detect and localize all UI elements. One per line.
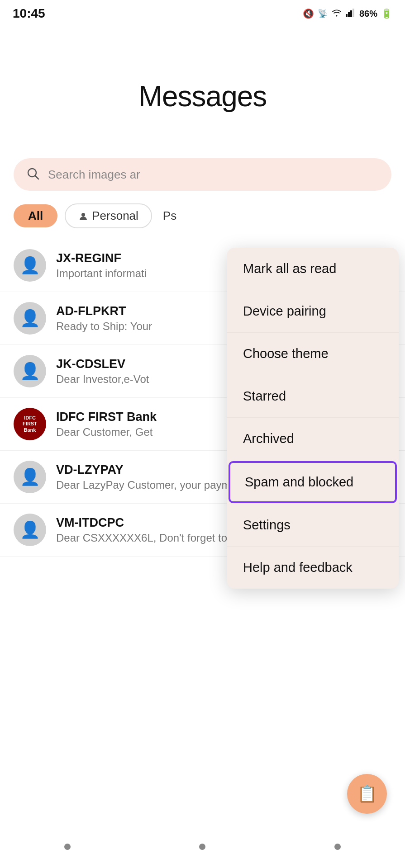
filter-tabs: All Personal Ps bbox=[14, 203, 391, 228]
person-icon: 👤 bbox=[20, 256, 40, 275]
nav-dot-3[interactable] bbox=[334, 844, 341, 850]
hotspot-icon: 📡 bbox=[318, 9, 328, 19]
avatar: 👤 bbox=[14, 249, 46, 282]
menu-item-help-feedback[interactable]: Help and feedback bbox=[227, 547, 399, 589]
status-icons: 🔇 📡 86% 🔋 bbox=[303, 8, 392, 19]
menu-item-settings[interactable]: Settings bbox=[227, 504, 399, 547]
menu-item-device-pairing[interactable]: Device pairing bbox=[227, 290, 399, 333]
search-icon bbox=[26, 167, 40, 182]
menu-item-choose-theme[interactable]: Choose theme bbox=[227, 333, 399, 375]
search-bar[interactable]: Search images ar bbox=[14, 158, 391, 191]
svg-rect-1 bbox=[348, 12, 350, 17]
person-icon bbox=[78, 211, 88, 221]
svg-rect-3 bbox=[353, 9, 354, 17]
person-icon: 👤 bbox=[20, 520, 40, 539]
compose-fab-button[interactable]: 📋 bbox=[347, 774, 387, 814]
dropdown-menu: Mark all as read Device pairing Choose t… bbox=[227, 248, 399, 589]
mute-icon: 🔇 bbox=[303, 8, 314, 19]
tab-personal[interactable]: Personal bbox=[65, 203, 152, 228]
menu-item-mark-all-read[interactable]: Mark all as read bbox=[227, 248, 399, 290]
page-title: Messages bbox=[0, 25, 405, 158]
main-content: Messages Search images ar All Personal P… bbox=[0, 25, 405, 868]
signal-icon bbox=[346, 9, 356, 19]
person-icon: 👤 bbox=[20, 309, 40, 328]
svg-rect-0 bbox=[346, 14, 348, 17]
status-bar: 10:45 🔇 📡 86% 🔋 bbox=[0, 0, 405, 25]
bank-logo: IDFCFIRSTBank bbox=[23, 415, 37, 433]
bottom-nav bbox=[0, 835, 405, 854]
avatar: 👤 bbox=[14, 302, 46, 335]
compose-icon: 📋 bbox=[357, 784, 377, 803]
battery-text: 86% bbox=[359, 9, 377, 19]
person-icon: 👤 bbox=[20, 362, 40, 381]
svg-point-6 bbox=[81, 213, 85, 217]
search-placeholder: Search images ar bbox=[48, 168, 140, 182]
menu-item-archived[interactable]: Archived bbox=[227, 418, 399, 460]
wifi-icon bbox=[331, 9, 342, 19]
nav-dot-1[interactable] bbox=[64, 844, 71, 850]
nav-dot-2[interactable] bbox=[199, 844, 205, 850]
menu-item-starred[interactable]: Starred bbox=[227, 375, 399, 418]
battery-icon: 🔋 bbox=[381, 8, 392, 19]
status-time: 10:45 bbox=[13, 6, 45, 21]
person-icon: 👤 bbox=[20, 467, 40, 486]
avatar-bank: IDFCFIRSTBank bbox=[14, 408, 46, 440]
tab-ps[interactable]: Ps bbox=[163, 209, 176, 223]
tab-all[interactable]: All bbox=[14, 204, 57, 227]
avatar: 👤 bbox=[14, 514, 46, 546]
svg-line-5 bbox=[35, 176, 38, 179]
avatar: 👤 bbox=[14, 355, 46, 387]
svg-rect-2 bbox=[350, 10, 352, 17]
avatar: 👤 bbox=[14, 461, 46, 493]
menu-item-spam-blocked[interactable]: Spam and blocked bbox=[229, 461, 397, 503]
